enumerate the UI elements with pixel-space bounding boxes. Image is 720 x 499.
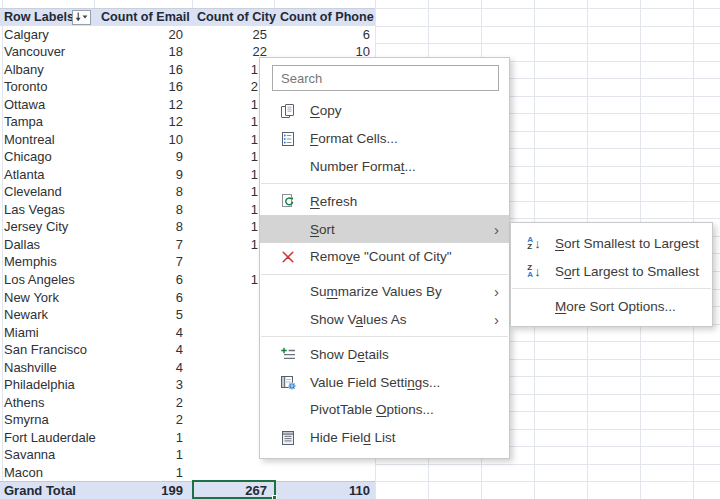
value-cell-email[interactable]: 16 (94, 78, 192, 96)
row-label-cell[interactable]: Montreal (0, 131, 94, 149)
submenu-item-sort-smallest-to-largest[interactable]: AZ↓ Sort Smallest to Largest (511, 229, 712, 257)
grand-total-email[interactable]: 199 (94, 482, 192, 499)
value-cell-email[interactable]: 2 (94, 394, 192, 412)
menu-separator (261, 183, 508, 184)
submenu-item-more-sort-options[interactable]: More Sort Options... (511, 292, 712, 320)
value-cell-email[interactable]: 1 (94, 446, 192, 464)
value-cell-email[interactable]: 8 (94, 218, 192, 236)
row-label-cell[interactable]: Calgary (0, 26, 94, 44)
row-label-cell[interactable]: Vancouver (0, 43, 94, 61)
value-cell-email[interactable]: 4 (94, 341, 192, 359)
menu-item-sort[interactable]: Sort › (260, 215, 509, 243)
row-label-cell[interactable]: Macon (0, 464, 94, 482)
grand-total-phone[interactable]: 110 (274, 482, 375, 499)
table-row: Macon1 (0, 464, 375, 482)
menu-item-value-field-settings[interactable]: Value Field Settings... (260, 368, 509, 396)
header-count-of-phone[interactable]: Count of Phone (274, 9, 375, 26)
row-label-cell[interactable]: San Francisco (0, 341, 94, 359)
row-label-cell[interactable]: Toronto (0, 78, 94, 96)
chevron-right-icon: › (494, 222, 499, 237)
value-cell-email[interactable]: 6 (94, 271, 192, 289)
menu-item-remove-count-of-city[interactable]: Remove "Count of City" (260, 243, 509, 271)
menu-item-copy[interactable]: Copy (260, 97, 509, 125)
value-cell-email[interactable]: 4 (94, 324, 192, 342)
menu-item-show-details[interactable]: Show Details (260, 340, 509, 368)
menu-separator (261, 336, 508, 337)
row-label-cell[interactable]: New York (0, 289, 94, 307)
row-label-cell[interactable]: Los Angeles (0, 271, 94, 289)
value-cell-email[interactable]: 8 (94, 201, 192, 219)
table-row: Calgary20256 (0, 26, 375, 44)
submenu-item-label: Sort Smallest to Largest (555, 236, 699, 251)
value-cell-email[interactable]: 18 (94, 43, 192, 61)
menu-item-label: Format Cells... (310, 131, 398, 146)
value-cell-email[interactable]: 7 (94, 253, 192, 271)
row-label-cell[interactable]: Fort Lauderdale (0, 429, 94, 447)
row-label-cell[interactable]: Atlanta (0, 166, 94, 184)
header-count-of-city[interactable]: Count of City (192, 9, 274, 26)
value-cell-email[interactable]: 16 (94, 61, 192, 79)
value-cell-email[interactable]: 9 (94, 148, 192, 166)
value-cell-email[interactable]: 1 (94, 464, 192, 482)
header-count-of-email[interactable]: Count of Email (94, 9, 192, 26)
menu-item-label: Remove "Count of City" (310, 249, 452, 264)
value-cell-email[interactable]: 12 (94, 96, 192, 114)
pivot-header-row: Row Labels Count of Email Count of City … (0, 8, 375, 26)
value-cell-city[interactable]: 25 (192, 26, 274, 44)
submenu-item-label: More Sort Options... (555, 299, 676, 314)
row-label-cell[interactable]: Athens (0, 394, 94, 412)
row-label-cell[interactable]: Philadelphia (0, 376, 94, 394)
sort-filter-icon (75, 12, 88, 23)
value-cell-phone[interactable] (274, 464, 375, 482)
value-cell-email[interactable]: 2 (94, 411, 192, 429)
row-label-cell[interactable]: Chicago (0, 148, 94, 166)
remove-icon (277, 248, 299, 266)
row-label-cell[interactable]: Jersey City (0, 218, 94, 236)
value-cell-email[interactable]: 4 (94, 359, 192, 377)
value-cell-email[interactable]: 3 (94, 376, 192, 394)
icon-spacer (277, 157, 299, 175)
row-label-cell[interactable]: Smyrna (0, 411, 94, 429)
format-cells-icon (277, 130, 299, 148)
show-details-icon (277, 345, 299, 363)
value-cell-email[interactable]: 1 (94, 429, 192, 447)
row-label-cell[interactable]: Miami (0, 324, 94, 342)
value-cell-email[interactable]: 12 (94, 113, 192, 131)
value-cell-email[interactable]: 8 (94, 183, 192, 201)
menu-item-label: Refresh (310, 194, 357, 209)
menu-item-hide-field-list[interactable]: Hide Field List (260, 424, 509, 452)
row-label-cell[interactable]: Memphis (0, 253, 94, 271)
menu-item-label: Show Values As (310, 312, 407, 327)
row-label-cell[interactable]: Newark (0, 306, 94, 324)
value-cell-email[interactable]: 5 (94, 306, 192, 324)
menu-item-format-cells[interactable]: Format Cells... (260, 125, 509, 153)
menu-item-show-values-as[interactable]: Show Values As › (260, 306, 509, 334)
value-cell-email[interactable]: 9 (94, 166, 192, 184)
search-input[interactable] (272, 65, 499, 91)
pivot-context-menu: Copy Format Cells... Number Format... Re… (259, 57, 510, 459)
row-label-cell[interactable]: Cleveland (0, 183, 94, 201)
menu-item-label: Summarize Values By (310, 284, 442, 299)
spreadsheet-grid[interactable]: Row Labels Count of Email Count of City … (0, 0, 720, 499)
value-cell-phone[interactable]: 6 (274, 26, 375, 44)
value-cell-city[interactable] (192, 464, 274, 482)
row-label-cell[interactable]: Las Vegas (0, 201, 94, 219)
menu-item-summarize-values-by[interactable]: Summarize Values By › (260, 278, 509, 306)
row-label-cell[interactable]: Albany (0, 61, 94, 79)
row-label-cell[interactable]: Nashville (0, 359, 94, 377)
row-label-cell[interactable]: Ottawa (0, 96, 94, 114)
grand-total-label[interactable]: Grand Total (0, 482, 94, 499)
value-cell-email[interactable]: 10 (94, 131, 192, 149)
row-label-cell[interactable]: Tampa (0, 113, 94, 131)
value-cell-email[interactable]: 20 (94, 26, 192, 44)
row-labels-filter-button[interactable] (72, 10, 91, 25)
value-cell-email[interactable]: 7 (94, 236, 192, 254)
value-cell-email[interactable]: 6 (94, 289, 192, 307)
submenu-item-sort-largest-to-smallest[interactable]: ZA↓ Sort Largest to Smallest (511, 257, 712, 285)
menu-item-refresh[interactable]: Refresh (260, 187, 509, 215)
row-label-cell[interactable]: Savanna (0, 446, 94, 464)
fill-handle[interactable] (272, 495, 277, 499)
menu-item-number-format[interactable]: Number Format... (260, 153, 509, 181)
row-label-cell[interactable]: Dallas (0, 236, 94, 254)
menu-item-pivottable-options[interactable]: PivotTable Options... (260, 396, 509, 424)
